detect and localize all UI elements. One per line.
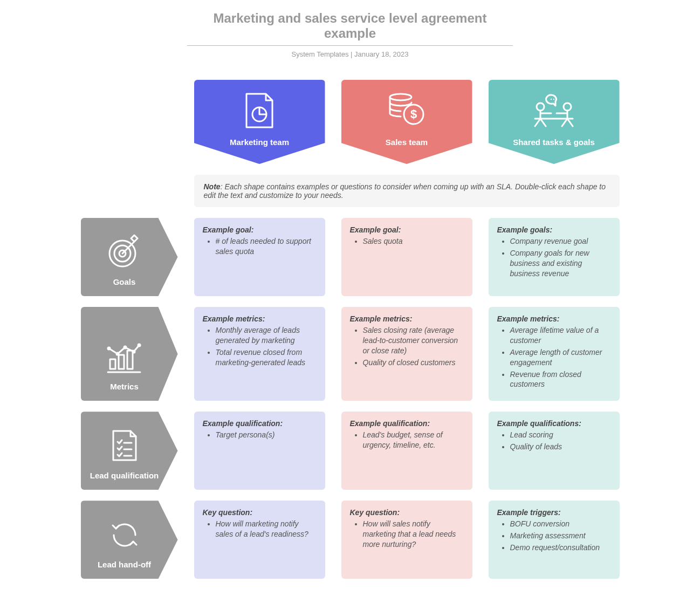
list-item: Demo request/consultation	[510, 543, 611, 553]
cell-list: Lead's budget, sense of urgency, timelin…	[350, 430, 464, 450]
report-pie-file-icon	[244, 92, 274, 129]
cell-leadqual-shared[interactable]: Example qualifications: Lead scoringQual…	[489, 412, 620, 490]
cell-list: How will sales notify marketing that a l…	[350, 519, 464, 550]
list-item: Revenue from closed customers	[510, 369, 611, 390]
row-label-goals[interactable]: Goals	[81, 218, 178, 296]
svg-point-15	[108, 347, 110, 350]
cell-lead: Example metrics:	[497, 314, 611, 323]
cell-metrics-shared[interactable]: Example metrics: Average lifetime value …	[489, 307, 620, 401]
cell-lead: Example goal:	[203, 225, 317, 234]
row-label-leadqual[interactable]: Lead qualification	[81, 412, 178, 490]
note-lead: Note	[204, 182, 221, 191]
list-item: Sales closing rate (average lead-to-cust…	[363, 325, 464, 356]
cell-list: Company revenue goalCompany goals for ne…	[497, 236, 611, 279]
cell-list: Lead scoringQuality of leads	[497, 430, 611, 452]
list-item: Company goals for new business and exist…	[510, 248, 611, 279]
cell-lead: Example qualifications:	[497, 419, 611, 428]
svg-point-7	[553, 99, 554, 100]
list-item: How will sales notify marketing that a l…	[363, 519, 464, 550]
list-item: Lead's budget, sense of urgency, timelin…	[363, 430, 464, 450]
cell-leadqual-marketing[interactable]: Example qualification: Target persona(s)	[194, 412, 325, 490]
people-meeting-icon	[530, 92, 578, 129]
page-subtitle: System Templates | January 18, 2023	[29, 50, 671, 58]
svg-rect-14	[127, 351, 133, 369]
grid-spacer	[81, 80, 178, 164]
row-label-leadqual-text: Lead qualification	[90, 471, 159, 480]
list-item: Sales quota	[363, 236, 464, 246]
cell-list: # of leads needed to support sales quota	[203, 236, 317, 257]
svg-point-18	[133, 351, 135, 353]
cell-metrics-sales[interactable]: Example metrics: Sales closing rate (ave…	[341, 307, 472, 401]
list-item: Average lifetime value of a customer	[510, 325, 611, 346]
cell-handoff-sales[interactable]: Key question: How will sales notify mark…	[341, 501, 472, 579]
note-box[interactable]: Note: Each shape contains examples or qu…	[194, 175, 620, 207]
svg-point-6	[551, 99, 552, 100]
column-header-sales-label: Sales team	[386, 138, 428, 147]
cell-lead: Key question:	[203, 508, 317, 517]
list-item: Target persona(s)	[216, 430, 317, 440]
cell-lead: Example qualification:	[203, 419, 317, 428]
list-item: # of leads needed to support sales quota	[216, 236, 317, 257]
cell-list: How will marketing notify sales of a lea…	[203, 519, 317, 539]
list-item: Average length of customer engagement	[510, 347, 611, 368]
cycle-arrows-icon	[108, 519, 141, 551]
cell-list: Average lifetime value of a customerAver…	[497, 325, 611, 389]
list-item: BOFU conversion	[510, 519, 611, 529]
cell-list: Sales closing rate (average lead-to-cust…	[350, 325, 464, 368]
cell-handoff-shared[interactable]: Example triggers: BOFU conversionMarketi…	[489, 501, 620, 579]
grid-spacer	[81, 175, 178, 207]
row-label-handoff[interactable]: Lead hand-off	[81, 501, 178, 579]
cell-lead: Example metrics:	[203, 314, 317, 323]
svg-rect-12	[110, 359, 115, 369]
source-label: System Templates	[291, 50, 348, 58]
bar-chart-icon	[107, 343, 142, 373]
row-label-goals-text: Goals	[113, 277, 136, 286]
svg-point-1	[390, 94, 411, 100]
row-label-metrics[interactable]: Metrics	[81, 307, 178, 401]
cell-list: Sales quota	[350, 236, 464, 246]
target-icon	[107, 234, 142, 269]
cell-list: BOFU conversionMarketing assessmentDemo …	[497, 519, 611, 553]
date-label: January 18, 2023	[354, 50, 408, 58]
svg-point-16	[116, 353, 119, 355]
checklist-file-icon	[111, 429, 138, 462]
svg-rect-13	[119, 355, 124, 369]
coins-dollar-icon: $	[387, 92, 427, 126]
svg-point-4	[537, 103, 544, 111]
row-label-handoff-text: Lead hand-off	[98, 560, 151, 569]
column-header-sales[interactable]: $ Sales team	[341, 80, 472, 164]
cell-lead: Example triggers:	[497, 508, 611, 517]
cell-metrics-marketing[interactable]: Example metrics: Monthly average of lead…	[194, 307, 325, 401]
cell-handoff-marketing[interactable]: Key question: How will marketing notify …	[194, 501, 325, 579]
column-header-marketing[interactable]: Marketing team	[194, 80, 325, 164]
list-item: Lead scoring	[510, 430, 611, 440]
cell-list: Target persona(s)	[203, 430, 317, 440]
cell-lead: Example qualification:	[350, 419, 464, 428]
svg-point-5	[564, 103, 571, 111]
list-item: Monthly average of leads generated by ma…	[216, 325, 317, 346]
cell-lead: Example metrics:	[350, 314, 464, 323]
list-item: Quality of leads	[510, 442, 611, 452]
svg-point-19	[138, 344, 140, 346]
row-label-metrics-text: Metrics	[110, 382, 139, 391]
list-item: How will marketing notify sales of a lea…	[216, 519, 317, 539]
cell-lead: Example goal:	[350, 225, 464, 234]
svg-point-17	[124, 346, 126, 348]
column-header-shared-label: Shared tasks & goals	[513, 138, 595, 147]
column-header-shared[interactable]: Shared tasks & goals	[489, 80, 620, 164]
cell-list: Monthly average of leads generated by ma…	[203, 325, 317, 368]
cell-goals-sales[interactable]: Example goal: Sales quota	[341, 218, 472, 296]
column-header-marketing-label: Marketing team	[230, 138, 289, 147]
list-item: Quality of closed customers	[363, 358, 464, 368]
list-item: Marketing assessment	[510, 531, 611, 541]
page-title: Marketing and sales service level agreem…	[187, 11, 513, 46]
svg-text:$: $	[410, 107, 417, 121]
note-text: : Each shape contains examples or questi…	[204, 182, 606, 200]
cell-goals-shared[interactable]: Example goals: Company revenue goalCompa…	[489, 218, 620, 296]
cell-leadqual-sales[interactable]: Example qualification: Lead's budget, se…	[341, 412, 472, 490]
list-item: Company revenue goal	[510, 236, 611, 246]
cell-goals-marketing[interactable]: Example goal: # of leads needed to suppo…	[194, 218, 325, 296]
subtitle-separator: |	[348, 50, 354, 58]
svg-point-8	[556, 99, 557, 100]
cell-lead: Example goals:	[497, 225, 611, 234]
